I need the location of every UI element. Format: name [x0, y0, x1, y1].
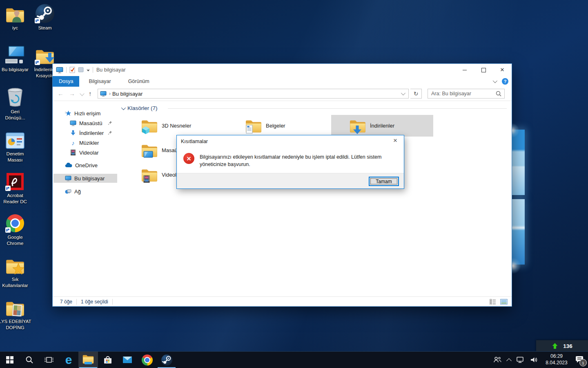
new-folder-icon[interactable] [78, 67, 84, 74]
desktop-icon-chrome[interactable]: Google Chrome [0, 213, 33, 247]
close-button[interactable]: × [493, 64, 512, 76]
back-icon[interactable]: ← [58, 90, 64, 98]
address-bar[interactable]: › Bu bilgisayar [98, 89, 409, 99]
separator [112, 299, 113, 305]
taskbar-mail-button[interactable] [118, 352, 137, 368]
taskbar-search-button[interactable] [20, 352, 39, 368]
pin-icon [108, 121, 112, 125]
start-button[interactable] [0, 352, 20, 368]
restrictions-dialog: Kısıtlamalar × ✕ Bilgisayarınızı etkiley… [176, 135, 404, 189]
task-view-icon [45, 356, 53, 364]
folder-tile-downloads[interactable]: İndirilenler [331, 115, 433, 137]
taskbar-store-button[interactable] [98, 352, 118, 368]
folder-icon [141, 168, 158, 182]
expand-ribbon-icon[interactable] [493, 79, 497, 83]
computer-icon [4, 45, 26, 65]
sidebar-item-this-pc[interactable]: Bu bilgisayar [53, 174, 117, 183]
dialog-title: Kısıtlamalar [181, 139, 208, 144]
tab-file[interactable]: Dosya [53, 76, 79, 87]
item-count: 7 öğe [60, 299, 72, 305]
properties-icon[interactable] [69, 67, 75, 73]
desktop-icon-favorites[interactable]: Sık Kullanılanlar [0, 255, 33, 289]
sidebar-item-downloads[interactable]: İndirilenler [53, 128, 117, 137]
taskbar-chrome-button[interactable] [137, 352, 157, 368]
details-view-icon[interactable] [490, 299, 496, 305]
breadcrumb[interactable]: Bu bilgisayar [112, 91, 143, 97]
shortcut-arrow-icon [5, 227, 11, 233]
sidebar-item-label: Ağ [74, 188, 81, 195]
tab-computer[interactable]: Bilgisayar [82, 76, 117, 87]
quick-access-toolbar [56, 66, 93, 74]
sidebar-item-label: Müzikler [79, 140, 99, 146]
desktop-icon-recycle-bin[interactable]: Geri Dönüşü... [0, 87, 33, 121]
refresh-button[interactable]: ↻ [410, 89, 422, 99]
dialog-close-button[interactable]: × [391, 137, 400, 145]
network-tray-icon[interactable] [516, 356, 525, 364]
address-dropdown-icon[interactable] [401, 91, 405, 95]
desktop-icon-lys[interactable]: LYS EDEBİYAT DOPİNG [0, 297, 33, 331]
taskbar-clock[interactable]: 06:29 8.04.2023 [543, 353, 570, 366]
people-icon[interactable] [493, 356, 502, 364]
videos-icon [70, 149, 76, 156]
folder-name: İndirilenler [370, 123, 394, 129]
desktop-icon-label: Denetim Masası [7, 151, 24, 163]
search-input[interactable] [428, 90, 496, 97]
folder-tile-3d-objects[interactable]: 3D Nesneler [123, 115, 225, 137]
title-bar[interactable]: Bu bilgisayar × [53, 64, 512, 76]
ok-button[interactable]: Tamam [369, 177, 399, 186]
taskbar-edge-button[interactable]: e [59, 352, 78, 368]
sidebar-item-network[interactable]: Ağ [53, 187, 117, 196]
taskbar-steam-button[interactable] [157, 352, 176, 368]
shortcut-arrow-icon [35, 18, 40, 23]
status-bar: 7 öğe 1 öğe seçildi [53, 296, 512, 306]
search-icon [25, 356, 33, 364]
sidebar-item-videos[interactable]: Videolar [53, 148, 117, 157]
downloads-folder-icon [36, 45, 54, 65]
separator [66, 67, 67, 73]
clock-time: 06:29 [543, 353, 570, 360]
sidebar-item-music[interactable]: ♪ Müzikler [53, 138, 117, 147]
computer-icon [100, 90, 107, 97]
help-icon[interactable]: ? [502, 78, 508, 85]
notification-badge: 1 [579, 359, 587, 366]
desktop-icon-acrobat[interactable]: Acrobat Reader DC [0, 171, 33, 205]
thumbnail-view-icon[interactable] [500, 299, 508, 305]
dialog-footer: Tamam [177, 173, 404, 188]
customize-qat-dropdown-icon[interactable] [87, 69, 90, 71]
pin-icon [108, 130, 112, 135]
onedrive-cloud-icon [65, 163, 72, 168]
acrobat-icon [6, 171, 24, 191]
recent-locations-icon[interactable] [80, 91, 84, 96]
up-icon[interactable]: ↑ [89, 90, 92, 98]
steam-icon [161, 355, 172, 366]
group-header-label: Klasörler (7) [127, 105, 158, 111]
taskbar-explorer-button[interactable] [78, 352, 98, 368]
sidebar-item-desktop[interactable]: Masaüstü [53, 119, 117, 128]
search-icon[interactable] [496, 91, 501, 96]
shortcut-arrow-icon [35, 60, 40, 65]
sidebar-item-onedrive[interactable]: OneDrive [53, 161, 117, 170]
sidebar-item-quick-access[interactable]: Hızlı erişim [53, 109, 117, 118]
desktop-icon-control-panel[interactable]: Denetim Masası [0, 129, 33, 163]
folder-tile-documents[interactable]: Belgeler [227, 115, 329, 137]
search-box[interactable] [428, 89, 505, 99]
folder-name: 3D Nesneler [162, 123, 191, 129]
group-header[interactable]: Klasörler (7) [121, 105, 158, 111]
desktop-icon-steam[interactable]: Steam [27, 3, 62, 31]
network-speed-widget[interactable]: 136 [536, 340, 588, 352]
tab-view[interactable]: Görünüm [122, 76, 156, 87]
shortcut-arrow-icon [5, 186, 11, 191]
show-hidden-icons-chevron[interactable] [506, 358, 512, 364]
folder-icon [141, 119, 158, 133]
minimize-button[interactable] [455, 64, 474, 76]
volume-icon[interactable] [530, 356, 538, 364]
forward-icon[interactable]: → [69, 90, 75, 98]
maximize-button[interactable] [474, 64, 493, 76]
sidebar-item-label: Bu bilgisayar [74, 175, 105, 182]
recycle-bin-icon [6, 87, 24, 107]
navigation-bar: ← → ↑ › Bu bilgisayar ↻ [53, 87, 512, 101]
task-view-button[interactable] [39, 352, 59, 368]
upload-arrow-icon [552, 343, 558, 349]
collapse-group-icon[interactable] [121, 105, 126, 110]
action-center-button[interactable]: 1 [575, 355, 584, 365]
